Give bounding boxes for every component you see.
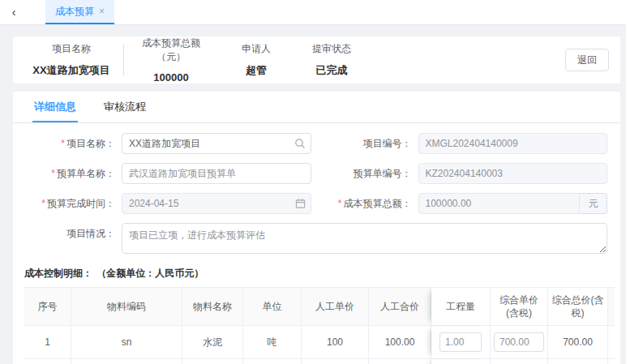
calendar-icon	[295, 199, 306, 209]
cell-material-code: sn	[71, 326, 182, 358]
field-project-code: 项目编号：	[319, 133, 608, 154]
col-material-name: 物料名称	[182, 288, 243, 325]
page-tab-cost-budget[interactable]: 成本预算 ×	[45, 0, 114, 24]
required-asterisk: *	[51, 168, 55, 179]
summary-applicant: 申请人 超管	[228, 42, 285, 78]
cell-combined-price	[491, 359, 548, 364]
project-desc-textarea[interactable]: 项目已立项，进行成本预算评估	[122, 223, 607, 254]
vertical-divider	[123, 45, 124, 75]
field-project-name: *项目名称：	[23, 133, 311, 154]
table-header-row: 序号 物料编码 物料名称 单位 人工单价 人工合价 工程量 综合单价(含税) 综…	[24, 288, 615, 326]
cell-quantity	[431, 359, 491, 364]
detail-unit-note: （金额单位：人民币元）	[96, 268, 204, 279]
page-tab-label: 成本预算	[55, 5, 94, 19]
summary-label: 项目名称	[24, 42, 118, 56]
field-budget-name: *预算单名称：	[23, 163, 311, 184]
field-label: *项目名称：	[23, 133, 122, 154]
cell-quantity	[431, 326, 491, 358]
page-body: 项目名称 XX道路加宽项目 成本预算总额（元） 100000 申请人 超管 提审…	[0, 25, 626, 364]
col-seq: 序号	[24, 288, 71, 325]
clipped-cell	[608, 326, 615, 358]
cell-unit: 吨	[243, 359, 302, 364]
col-combined-price: 综合单价(含税)	[491, 288, 548, 325]
combined-price-input	[494, 332, 544, 352]
field-total-amount: *成本预算总额： 元	[319, 193, 608, 214]
summary-review-status: 提审状态 已完成	[301, 42, 362, 78]
cell-combined-total: 300.00	[548, 359, 608, 364]
cell-material-name: 钢筋	[182, 359, 243, 364]
summary-label: 申请人	[228, 42, 285, 56]
detail-card: 详细信息 审核流程 *项目名称： 项目编号：	[13, 92, 620, 364]
finish-date-input	[122, 193, 311, 214]
summary-label: 成本预算总额（元）	[131, 36, 212, 64]
summary-card: 项目名称 XX道路加宽项目 成本预算总额（元） 100000 申请人 超管 提审…	[13, 36, 620, 84]
cell-material-code: gj	[71, 359, 182, 364]
field-project-desc: 项目情况： 项目已立项，进行成本预算评估	[23, 223, 607, 254]
table-row: 2 gj 钢筋 吨 200 200.00 300.00	[24, 359, 615, 364]
return-button[interactable]: 退回	[565, 49, 609, 71]
clipped-cell	[608, 359, 615, 364]
summary-value: XX道路加宽项目	[24, 63, 118, 78]
col-material-code: 物料编码	[71, 288, 182, 325]
field-label: 预算单编号：	[319, 163, 418, 184]
back-chevron-icon[interactable]: ‹	[0, 0, 28, 24]
col-labor-total: 人工合价	[369, 288, 431, 325]
required-asterisk: *	[338, 198, 342, 209]
required-asterisk: *	[61, 138, 65, 149]
required-asterisk: *	[41, 198, 45, 209]
cell-unit: 吨	[243, 326, 302, 358]
field-label: *预算单名称：	[23, 163, 122, 184]
cell-labor-total: 100.00	[369, 326, 431, 358]
cost-detail-table: 序号 物料编码 物料名称 单位 人工单价 人工合价 工程量 综合单价(含税) 综…	[24, 287, 615, 364]
col-labor-price: 人工单价	[302, 288, 369, 325]
cell-material-name: 水泥	[182, 326, 243, 358]
table-row: 1 sn 水泥 吨 100 100.00 700.00	[24, 326, 615, 359]
cell-combined-price	[491, 326, 548, 358]
field-label: *预算完成时间：	[23, 193, 122, 214]
col-unit: 单位	[243, 288, 302, 325]
detail-section-title: 成本控制明细： （金额单位：人民币元）	[13, 254, 620, 287]
project-code-input	[418, 133, 608, 154]
budget-name-input[interactable]	[122, 163, 311, 184]
summary-value: 超管	[228, 63, 285, 78]
cell-seq: 2	[24, 359, 71, 364]
summary-label: 提审状态	[301, 42, 362, 56]
total-amount-input	[418, 193, 581, 214]
clipped-column	[608, 288, 615, 325]
col-combined-total: 综合总价(含税)	[548, 288, 608, 325]
cell-labor-total: 200.00	[369, 359, 431, 364]
budget-form: *项目名称： 项目编号： *预算单名称：	[13, 123, 620, 254]
col-quantity: 工程量	[431, 288, 491, 325]
detail-title-text: 成本控制明细：	[24, 268, 92, 279]
field-label: *成本预算总额：	[319, 193, 418, 214]
summary-total-amount: 成本预算总额（元） 100000	[131, 36, 212, 84]
tab-review-flow[interactable]: 审核流程	[102, 92, 148, 122]
project-name-input[interactable]	[122, 133, 311, 154]
summary-value: 100000	[131, 71, 212, 84]
detail-tabs: 详细信息 审核流程	[13, 92, 620, 123]
summary-status-value: 已完成	[301, 63, 362, 78]
field-label: 项目情况：	[23, 223, 122, 244]
cell-labor-price: 200	[302, 359, 369, 364]
summary-project-name: 项目名称 XX道路加宽项目	[24, 42, 118, 78]
field-finish-date: *预算完成时间：	[23, 193, 311, 214]
budget-code-input	[418, 163, 608, 184]
quantity-input	[439, 332, 482, 352]
cell-labor-price: 100	[302, 326, 369, 358]
field-budget-code: 预算单编号：	[319, 163, 608, 184]
cell-seq: 1	[24, 326, 71, 358]
tab-close-icon[interactable]: ×	[99, 6, 105, 17]
currency-suffix: 元	[580, 193, 607, 214]
tab-bar: ‹ 成本预算 ×	[0, 0, 626, 25]
search-icon[interactable]	[294, 138, 306, 149]
cell-combined-total: 700.00	[548, 326, 608, 358]
tab-detail-info[interactable]: 详细信息	[32, 92, 78, 122]
field-label: 项目编号：	[319, 133, 418, 154]
